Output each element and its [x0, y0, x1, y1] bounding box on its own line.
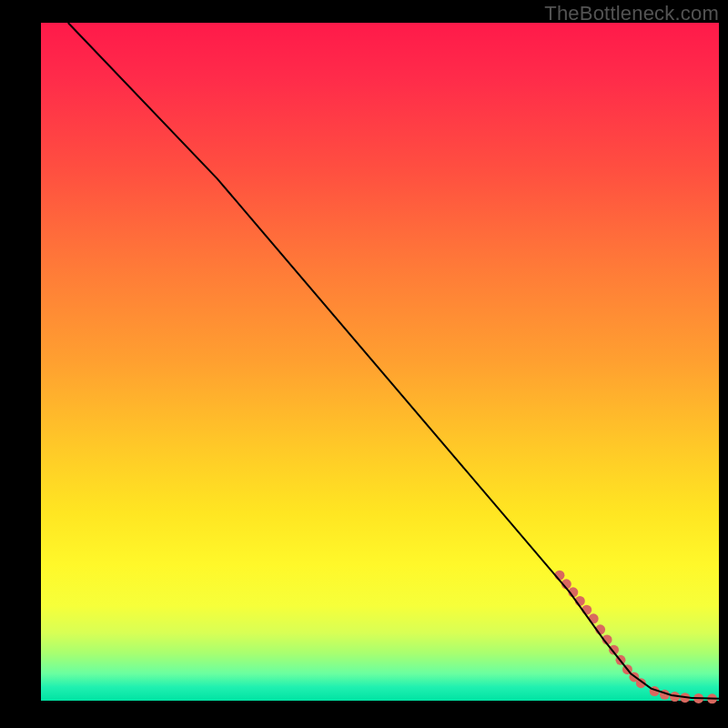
watermark-text: TheBottleneck.com	[544, 2, 719, 25]
curve-line	[68, 23, 719, 699]
plot-area	[41, 23, 719, 701]
chart-frame: TheBottleneck.com	[0, 0, 728, 728]
marker-dot	[589, 613, 599, 623]
highlight-markers	[554, 571, 717, 704]
chart-overlay	[41, 23, 719, 701]
